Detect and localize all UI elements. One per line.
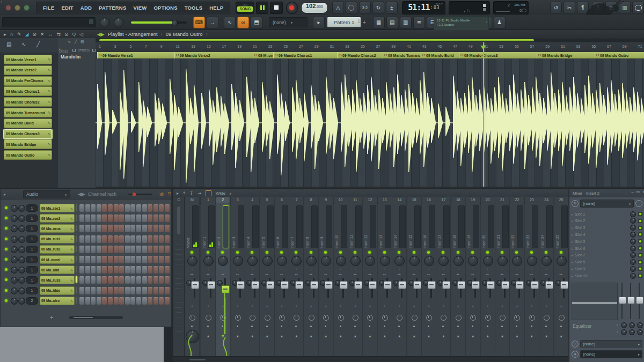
step-cell[interactable] — [148, 215, 152, 222]
next-empty-pattern-button[interactable]: → — [207, 17, 218, 28]
step-cell[interactable] — [153, 235, 158, 243]
playlist-clip[interactable]: ↦09 Mando Verse1 — [97, 52, 175, 58]
step-cell[interactable] — [97, 256, 101, 263]
playlist-clip[interactable]: ↦09 Mando Chorus3 — [459, 52, 538, 58]
step-cell[interactable] — [114, 246, 119, 253]
strip-volume-fader[interactable] — [560, 281, 568, 289]
step-cell[interactable] — [114, 215, 119, 222]
route-arrow-icon[interactable]: ▲ — [260, 334, 274, 338]
eq-fader-handle[interactable] — [627, 297, 635, 304]
eq-level-knob[interactable] — [621, 322, 627, 328]
eq-freq-knob[interactable] — [637, 329, 643, 335]
slot-enable-led[interactable] — [638, 246, 642, 250]
channel-button[interactable]: 09 Ma..orus∿ — [40, 224, 75, 233]
send2-dropdown[interactable]: (none) ▸ — [580, 350, 642, 358]
step-cell[interactable] — [108, 225, 113, 232]
strip-pan-knob[interactable] — [247, 256, 258, 266]
channel-pan-knob[interactable] — [11, 246, 18, 253]
horizontal-scrollbar[interactable] — [96, 39, 644, 42]
step-cell[interactable] — [102, 215, 107, 222]
swing-thumb[interactable] — [133, 193, 136, 196]
strip-mute-led[interactable] — [236, 251, 239, 254]
eq-freq-knob[interactable] — [629, 329, 635, 335]
step-cell[interactable] — [91, 276, 96, 284]
strip-volume-fader[interactable] — [531, 281, 539, 289]
strip-pan-knob[interactable] — [468, 256, 478, 266]
mixer-strip-insert-22[interactable]: 22Insert 22↕◂▸∧▲ — [510, 197, 524, 362]
performance-mode-button[interactable]: ∿ — [224, 17, 236, 28]
strip-pan-knob[interactable] — [527, 256, 537, 266]
step-cell[interactable] — [114, 276, 119, 284]
step-cell[interactable] — [102, 297, 107, 305]
step-cell[interactable] — [136, 215, 141, 222]
playlist-clip[interactable]: ↦09 Mando Outro — [595, 52, 644, 58]
step-cell[interactable] — [142, 235, 147, 243]
track-name[interactable]: Mandolin — [61, 54, 80, 60]
strip-volume-fader[interactable] — [325, 281, 333, 289]
channel-enable-led[interactable] — [5, 278, 8, 281]
step-cell[interactable] — [114, 266, 119, 274]
step-cell[interactable] — [125, 276, 130, 284]
mixer-menu-icon[interactable]: ▸ — [177, 191, 179, 196]
step-cell[interactable] — [85, 235, 90, 243]
slot-enable-led[interactable] — [638, 267, 642, 271]
slot-enable-led[interactable] — [638, 212, 642, 216]
step-cell[interactable] — [159, 246, 164, 253]
step-cell[interactable] — [130, 276, 135, 284]
picker-item[interactable]: 09 Mando Bridge∿ — [4, 139, 52, 149]
mixer-strip-insert-20[interactable]: 20Insert 20↕◂▸∧▲ — [481, 197, 495, 362]
channel-volume-knob[interactable] — [18, 277, 25, 284]
maximize-icon[interactable]: ▭ — [636, 190, 640, 194]
step-cell[interactable] — [125, 266, 130, 274]
step-cell[interactable] — [136, 266, 141, 274]
route-arrow-icon[interactable]: ▲ — [201, 334, 215, 338]
route-arrow-icon[interactable]: ▲ — [481, 334, 495, 338]
channel-enable-led[interactable] — [5, 268, 8, 271]
strip-pan-knob[interactable] — [409, 256, 420, 266]
strip-mute-led[interactable] — [560, 251, 562, 254]
strip-volume-fader[interactable] — [222, 285, 230, 293]
channel-volume-knob[interactable] — [18, 205, 25, 212]
shuffle-slider[interactable] — [131, 21, 187, 24]
strip-mute-led[interactable] — [501, 251, 503, 254]
step-cell[interactable] — [125, 246, 130, 253]
strip-mute-led[interactable] — [191, 251, 193, 254]
tool-preset-dropdown[interactable]: (none) ▸ — [269, 17, 308, 27]
pattern-prev-button[interactable]: ▸ — [313, 17, 325, 28]
slot-mix-knob[interactable] — [630, 252, 636, 258]
eq-fader-handle[interactable] — [636, 297, 643, 304]
channel-enable-led[interactable] — [5, 248, 8, 250]
slot-mix-knob[interactable] — [630, 225, 636, 231]
strip-pan-knob[interactable] — [380, 256, 390, 266]
step-cell[interactable] — [114, 287, 119, 294]
step-cell[interactable] — [153, 246, 158, 253]
step-cell[interactable] — [142, 276, 147, 284]
slot-enable-led[interactable] — [638, 260, 642, 264]
route-arrow-icon[interactable]: ▲ — [436, 334, 450, 338]
mixer-strip-insert-18[interactable]: 18Insert 18↕◂▸∧▲ — [451, 197, 466, 362]
channel-enable-led[interactable] — [5, 258, 8, 261]
step-cell[interactable] — [85, 297, 90, 305]
mute-tool-icon[interactable]: ✕ — [40, 31, 45, 38]
strip-pan-knob[interactable] — [321, 256, 331, 266]
eq-band3-fader[interactable] — [636, 283, 642, 319]
step-cell[interactable] — [136, 204, 141, 212]
step-cell[interactable] — [159, 276, 164, 284]
menu-add[interactable]: ADD — [80, 5, 92, 11]
strip-mute-led[interactable] — [442, 251, 444, 254]
step-cell[interactable] — [79, 256, 84, 263]
strip-pan-knob[interactable] — [365, 256, 375, 266]
graph-editor-icon[interactable]: ıılı — [159, 191, 165, 197]
step-cell[interactable] — [119, 215, 124, 222]
eq-level-knob[interactable] — [637, 322, 643, 328]
view-playlist-button[interactable]: ▦ — [373, 17, 385, 28]
mixer-strip-insert-21[interactable]: 21Insert 21↕◂▸∧▲ — [495, 197, 510, 362]
strip-mute-led[interactable] — [530, 251, 533, 254]
strip-pan-knob[interactable] — [438, 256, 449, 266]
route-arrow-icon[interactable]: ▲ — [510, 334, 524, 338]
channel-select-indicator[interactable] — [76, 256, 77, 262]
step-cell[interactable] — [165, 235, 170, 243]
step-cell[interactable] — [114, 235, 119, 243]
slot-mix-knob[interactable] — [630, 211, 636, 217]
channel-volume-knob[interactable] — [18, 236, 25, 243]
